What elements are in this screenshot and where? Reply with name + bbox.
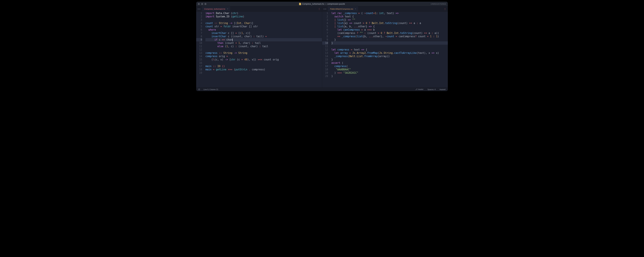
close-tab-icon[interactable]: × [227, 8, 228, 10]
code-line[interactable]: | list{a} => count > 0 ? Belt.Int.toStri… [332, 22, 448, 25]
tab-overflow-icon[interactable]: ⋮ [442, 6, 448, 12]
status-spaces[interactable]: Spaces: 4 [428, 88, 436, 90]
code-line[interactable]: let array = Js.Array2.fromMap(Js.String.… [332, 51, 448, 55]
line-number: 13 [196, 51, 202, 55]
code-line[interactable] [206, 48, 322, 51]
code-line[interactable] [206, 61, 322, 64]
code-line[interactable]: } [332, 42, 448, 45]
window-title-text: Compress_turbomack.hs — compression-puzz… [302, 3, 345, 5]
code-line[interactable]: } [332, 58, 448, 61]
code-line[interactable]: ++ _compress(list{b, ...other}, ~count =… [332, 35, 448, 38]
line-number: 15 [196, 58, 202, 61]
left-gutter: 12345678910111213141516171819 [196, 12, 204, 88]
code-line[interactable]: assert ( [332, 61, 448, 64]
code-line[interactable] [332, 45, 448, 48]
code-line[interactable]: let canCompress = a === b [332, 28, 448, 32]
status-syntax[interactable]: Haskell [440, 88, 446, 90]
line-number: 6 [322, 28, 328, 32]
line-number: 2 [322, 15, 328, 18]
line-number: 8 [196, 35, 202, 38]
line-number: 3 [196, 18, 202, 22]
line-number: 11 [322, 45, 328, 48]
code-line[interactable]: let compress = text => { [332, 48, 448, 51]
code-line[interactable]: ) [332, 74, 448, 78]
right-gutter: 1234567891011121314151617181920 [322, 12, 330, 88]
left-nav-arrows: ◀ ▶ [196, 6, 202, 12]
code-line[interactable]: import System.IO (getLine) [206, 15, 322, 18]
code-line[interactable]: compress( [332, 64, 448, 68]
line-number: 1 [196, 12, 202, 15]
line-number: 4 [322, 22, 328, 25]
titlebar: Compress_turbomack.hs — compression-puzz… [196, 2, 448, 6]
file-icon [299, 3, 301, 5]
nav-forward-icon[interactable]: ▶ [325, 8, 327, 10]
minimize-window-icon[interactable] [201, 3, 203, 5]
line-number: 9 [196, 38, 202, 42]
nav-back-icon[interactable]: ◀ [197, 8, 199, 10]
line-number: 17 [196, 64, 202, 68]
code-line[interactable] [206, 71, 322, 74]
editor-window: Compress_turbomack.hs — compression-puzz… [196, 2, 448, 91]
code-line[interactable]: then (count + 1, char) : tail [206, 42, 322, 45]
code-line[interactable]: _compress(Belt.List.fromArray(array)) [332, 55, 448, 58]
line-number: 13 [322, 51, 328, 55]
code-line[interactable]: | list{a, b, ...other} => { [332, 25, 448, 28]
code-line[interactable] [206, 18, 322, 22]
line-number: 17 [322, 64, 328, 68]
right-editor[interactable]: 1234567891011121314151617181920 let rec … [322, 12, 448, 88]
code-line[interactable]: count str = foldr insertChar [] str [206, 25, 322, 28]
line-number: 18 [322, 68, 328, 71]
code-line[interactable]: count :: String -> [(Int, Char)] [206, 22, 322, 25]
status-rect-icon[interactable] [198, 88, 200, 90]
left-tab[interactable]: Compress_turbomack.hs × [202, 6, 230, 12]
code-line[interactable]: where [206, 28, 322, 32]
code-line[interactable]: import Data.Char (chr) [206, 12, 322, 15]
unregistered-label: UNREGISTERED [431, 3, 446, 5]
window-title: Compress_turbomack.hs — compression-puzz… [299, 3, 345, 5]
nav-forward-icon[interactable]: ▶ [199, 8, 201, 10]
line-number: 7 [322, 32, 328, 35]
line-number: 1 [322, 12, 328, 15]
right-pane: ◀ ▶ PatternMatchCompress.res × ⋮ 1234567… [322, 6, 448, 88]
line-number: 9 [322, 38, 328, 42]
left-code[interactable]: import Data.Char (chr)import System.IO (… [204, 12, 322, 88]
line-number: 5 [196, 25, 202, 28]
line-number: 19 [196, 71, 202, 74]
line-number: 16 [196, 61, 202, 64]
code-line[interactable]: (canCompress ? "" : (count > 0 ? Belt.In… [332, 32, 448, 35]
code-line[interactable]: if c == char [206, 38, 322, 42]
right-tabbar: ◀ ▶ PatternMatchCompress.res × ⋮ [322, 6, 448, 12]
nav-back-icon[interactable]: ◀ [323, 8, 325, 10]
code-line[interactable]: main = getLine >>= (putStrLn . compress) [206, 68, 322, 71]
line-number: 10 [322, 42, 328, 45]
code-line[interactable]: compress orig = [206, 55, 322, 58]
statusbar: Line 9, Column 21 ⎇ master Spaces: 4 Has… [196, 88, 448, 91]
close-window-icon[interactable] [198, 3, 200, 5]
tab-overflow-icon[interactable]: ⋮ [316, 6, 322, 12]
code-line[interactable]: | list{} => "" [332, 18, 448, 22]
code-line[interactable]: (\(c, v) -> [chr (c + 48), v]) =<< count… [206, 58, 322, 61]
code-line[interactable]: switch text { [332, 15, 448, 18]
code-line[interactable]: else (1, c) : (count, char) : tail [206, 45, 322, 48]
code-line[interactable]: let rec _compress = ( ~count=1: int, tex… [332, 12, 448, 15]
left-editor[interactable]: 12345678910111213141516171819 import Dat… [196, 12, 322, 88]
code-line[interactable]: insertChar c ((count, char) : tail) = [206, 35, 322, 38]
right-code[interactable]: let rec _compress = ( ~count=1: int, tex… [330, 12, 448, 88]
line-number: 15 [322, 58, 328, 61]
code-line[interactable]: } [332, 38, 448, 42]
zoom-window-icon[interactable] [204, 3, 206, 5]
line-number: 8 [322, 35, 328, 38]
line-number: 20 [322, 74, 328, 78]
close-tab-icon[interactable]: × [355, 8, 356, 10]
status-cursor-position[interactable]: Line 9, Column 21 [204, 88, 218, 90]
status-branch[interactable]: ⎇ master [415, 88, 424, 90]
right-nav-arrows: ◀ ▶ [322, 6, 328, 12]
right-tab-label: PatternMatchCompress.res [330, 8, 353, 10]
right-tab[interactable]: PatternMatchCompress.res × [328, 6, 358, 12]
line-number: 4 [196, 22, 202, 25]
code-line[interactable]: "AAABBAAC" [332, 68, 448, 71]
code-line[interactable]: ) === "3A2B2A1C" [332, 71, 448, 74]
code-line[interactable]: main :: IO () [206, 64, 322, 68]
code-line[interactable]: insertChar c [] = [(1, c)] [206, 32, 322, 35]
code-line[interactable]: compress :: String -> String [206, 51, 322, 55]
